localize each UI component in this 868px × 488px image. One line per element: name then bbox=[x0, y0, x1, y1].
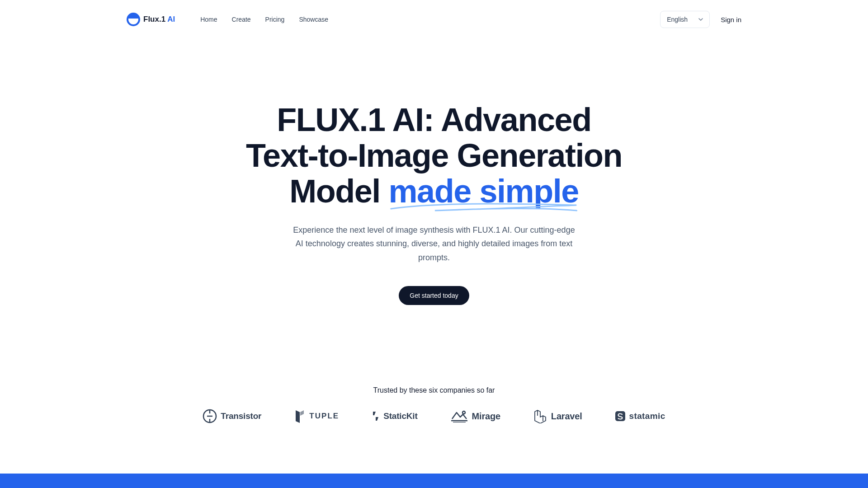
logo-text-ai: AI bbox=[167, 15, 175, 23]
company-name: Transistor bbox=[221, 411, 261, 421]
language-value: English bbox=[667, 16, 688, 23]
company-laravel: Laravel bbox=[533, 409, 582, 423]
header: Flux.1 AI Home Create Pricing Showcase E… bbox=[127, 0, 741, 39]
get-started-button[interactable]: Get started today bbox=[399, 286, 469, 305]
company-statickit: StaticKit bbox=[372, 411, 417, 422]
logo-text-main: Flux.1 bbox=[143, 15, 167, 23]
logo-icon bbox=[127, 13, 140, 26]
signin-link[interactable]: Sign in bbox=[721, 16, 741, 23]
company-statamic: statamic bbox=[615, 411, 665, 422]
svg-point-4 bbox=[462, 411, 465, 414]
hero-title-line2: Text-to-Image Generation bbox=[246, 137, 622, 174]
nav-pricing[interactable]: Pricing bbox=[265, 16, 285, 23]
hero: FLUX.1 AI: Advanced Text-to-Image Genera… bbox=[127, 39, 741, 305]
nav-home[interactable]: Home bbox=[200, 16, 217, 23]
hero-title-highlight: made simple bbox=[389, 174, 579, 209]
nav-create[interactable]: Create bbox=[232, 16, 251, 23]
laravel-icon bbox=[533, 409, 547, 423]
statamic-icon bbox=[615, 411, 626, 422]
language-select[interactable]: English bbox=[660, 11, 710, 28]
hero-title-line1: FLUX.1 AI: Advanced bbox=[277, 102, 591, 138]
logo[interactable]: Flux.1 AI bbox=[127, 13, 175, 26]
mirage-icon bbox=[450, 410, 468, 422]
nav-showcase[interactable]: Showcase bbox=[299, 16, 328, 23]
company-transistor: Transistor bbox=[203, 409, 261, 423]
hero-title-line3-plain: Model bbox=[289, 173, 388, 209]
hero-subtitle: Experience the next level of image synth… bbox=[289, 223, 579, 265]
company-mirage: Mirage bbox=[450, 410, 500, 422]
tuple-icon bbox=[294, 409, 306, 423]
trusted-label: Trusted by these six companies so far bbox=[127, 386, 741, 394]
header-left: Flux.1 AI Home Create Pricing Showcase bbox=[127, 13, 328, 26]
header-right: English Sign in bbox=[660, 11, 741, 28]
company-logos-row: Transistor TUPLE StaticKit bbox=[127, 409, 741, 423]
chevron-down-icon bbox=[698, 18, 703, 21]
transistor-icon bbox=[203, 409, 217, 423]
company-name: Mirage bbox=[472, 411, 500, 422]
footer-strip bbox=[0, 474, 868, 488]
hero-title: FLUX.1 AI: Advanced Text-to-Image Genera… bbox=[185, 102, 683, 210]
company-name: Laravel bbox=[551, 411, 582, 422]
statickit-icon bbox=[372, 411, 380, 422]
company-tuple: TUPLE bbox=[294, 409, 339, 423]
company-name: TUPLE bbox=[309, 412, 339, 421]
trusted-section: Trusted by these six companies so far Tr… bbox=[127, 386, 741, 423]
logo-text: Flux.1 AI bbox=[143, 15, 175, 24]
company-name: StaticKit bbox=[383, 411, 417, 421]
nav: Home Create Pricing Showcase bbox=[200, 16, 328, 23]
company-name: statamic bbox=[629, 411, 665, 421]
scribble-underline-icon bbox=[389, 201, 579, 213]
